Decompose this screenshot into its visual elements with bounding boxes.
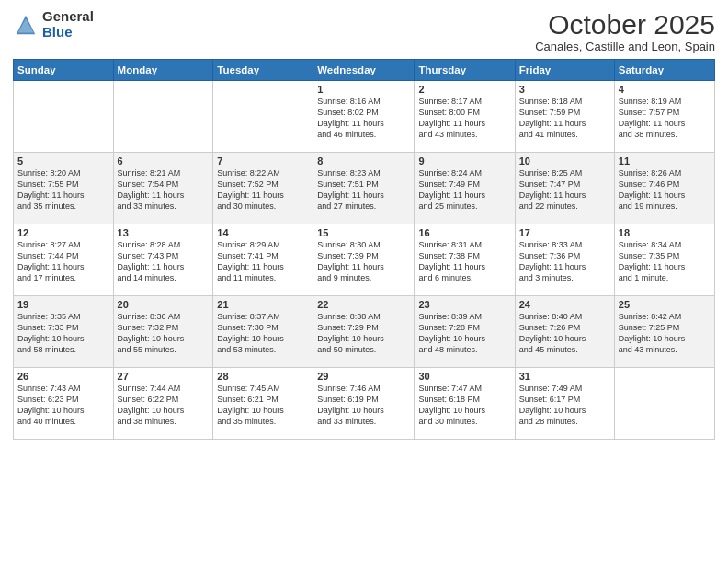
day-number: 11 — [619, 155, 711, 167]
day-info: Sunrise: 8:28 AM Sunset: 7:43 PM Dayligh… — [118, 239, 210, 284]
col-thursday: Thursday — [415, 60, 515, 81]
calendar-cell-w2-d6: 10Sunrise: 8:25 AM Sunset: 7:47 PM Dayli… — [515, 153, 614, 224]
day-info: Sunrise: 8:20 AM Sunset: 7:55 PM Dayligh… — [17, 167, 109, 213]
calendar-cell-w3-d2: 13Sunrise: 8:28 AM Sunset: 7:43 PM Dayli… — [113, 224, 213, 296]
header: General Blue October 2025 Canales, Casti… — [13, 9, 715, 53]
day-info: Sunrise: 8:27 AM Sunset: 7:44 PM Dayligh… — [17, 239, 109, 284]
logo-icon — [13, 12, 39, 38]
day-number: 29 — [317, 371, 410, 382]
day-number: 12 — [17, 227, 109, 238]
day-info: Sunrise: 8:36 AM Sunset: 7:32 PM Dayligh… — [118, 311, 210, 356]
day-info: Sunrise: 7:45 AM Sunset: 6:21 PM Dayligh… — [217, 383, 309, 428]
day-info: Sunrise: 7:46 AM Sunset: 6:19 PM Dayligh… — [317, 383, 410, 428]
day-info: Sunrise: 8:16 AM Sunset: 8:02 PM Dayligh… — [317, 96, 410, 141]
col-sunday: Sunday — [14, 60, 114, 81]
day-number: 5 — [17, 155, 109, 167]
day-number: 21 — [217, 299, 309, 310]
logo-blue: Blue — [42, 24, 73, 40]
logo-text: General Blue — [42, 9, 94, 40]
day-number: 6 — [118, 155, 210, 167]
calendar-cell-w2-d4: 8Sunrise: 8:23 AM Sunset: 7:51 PM Daylig… — [313, 153, 415, 224]
day-number: 30 — [418, 371, 510, 382]
calendar-cell-w2-d1: 5Sunrise: 8:20 AM Sunset: 7:55 PM Daylig… — [14, 153, 114, 224]
location-subtitle: Canales, Castille and Leon, Spain — [535, 40, 715, 53]
calendar-cell-w1-d6: 3Sunrise: 8:18 AM Sunset: 7:59 PM Daylig… — [515, 81, 614, 153]
day-info: Sunrise: 8:26 AM Sunset: 7:46 PM Dayligh… — [619, 167, 711, 213]
day-info: Sunrise: 7:49 AM Sunset: 6:17 PM Dayligh… — [519, 383, 610, 428]
svg-marker-1 — [18, 18, 34, 32]
calendar-cell-w4-d5: 23Sunrise: 8:39 AM Sunset: 7:28 PM Dayli… — [415, 296, 515, 368]
day-info: Sunrise: 8:24 AM Sunset: 7:49 PM Dayligh… — [418, 167, 510, 213]
calendar-cell-w1-d2 — [113, 81, 213, 153]
day-number: 13 — [118, 227, 210, 238]
day-info: Sunrise: 8:34 AM Sunset: 7:35 PM Dayligh… — [619, 239, 711, 284]
day-number: 16 — [418, 227, 510, 238]
day-info: Sunrise: 8:22 AM Sunset: 7:52 PM Dayligh… — [217, 167, 309, 213]
col-friday: Friday — [515, 60, 614, 81]
day-number: 1 — [317, 84, 410, 95]
day-info: Sunrise: 7:47 AM Sunset: 6:18 PM Dayligh… — [418, 383, 510, 428]
calendar-cell-w3-d1: 12Sunrise: 8:27 AM Sunset: 7:44 PM Dayli… — [14, 224, 114, 296]
day-info: Sunrise: 8:37 AM Sunset: 7:30 PM Dayligh… — [217, 311, 309, 356]
day-number: 9 — [418, 155, 510, 167]
calendar-cell-w5-d4: 29Sunrise: 7:46 AM Sunset: 6:19 PM Dayli… — [313, 368, 415, 440]
calendar-week-5: 26Sunrise: 7:43 AM Sunset: 6:23 PM Dayli… — [14, 368, 715, 440]
calendar-cell-w1-d4: 1Sunrise: 8:16 AM Sunset: 8:02 PM Daylig… — [313, 81, 415, 153]
day-info: Sunrise: 8:30 AM Sunset: 7:39 PM Dayligh… — [317, 239, 410, 284]
calendar-cell-w4-d1: 19Sunrise: 8:35 AM Sunset: 7:33 PM Dayli… — [14, 296, 114, 368]
col-tuesday: Tuesday — [213, 60, 313, 81]
calendar-cell-w5-d2: 27Sunrise: 7:44 AM Sunset: 6:22 PM Dayli… — [113, 368, 213, 440]
day-info: Sunrise: 7:43 AM Sunset: 6:23 PM Dayligh… — [17, 383, 109, 428]
day-number: 7 — [217, 155, 309, 167]
calendar-cell-w4-d7: 25Sunrise: 8:42 AM Sunset: 7:25 PM Dayli… — [614, 296, 714, 368]
calendar-week-2: 5Sunrise: 8:20 AM Sunset: 7:55 PM Daylig… — [14, 153, 715, 224]
day-info: Sunrise: 8:25 AM Sunset: 7:47 PM Dayligh… — [519, 167, 610, 213]
calendar-cell-w4-d6: 24Sunrise: 8:40 AM Sunset: 7:26 PM Dayli… — [515, 296, 614, 368]
calendar-cell-w2-d5: 9Sunrise: 8:24 AM Sunset: 7:49 PM Daylig… — [415, 153, 515, 224]
day-number: 15 — [317, 227, 410, 238]
day-info: Sunrise: 7:44 AM Sunset: 6:22 PM Dayligh… — [118, 383, 210, 428]
day-info: Sunrise: 8:38 AM Sunset: 7:29 PM Dayligh… — [317, 311, 410, 356]
logo: General Blue — [13, 9, 94, 40]
calendar-header-row: Sunday Monday Tuesday Wednesday Thursday… — [14, 60, 715, 81]
calendar-cell-w5-d3: 28Sunrise: 7:45 AM Sunset: 6:21 PM Dayli… — [213, 368, 313, 440]
day-number: 24 — [519, 299, 610, 310]
calendar-cell-w2-d2: 6Sunrise: 8:21 AM Sunset: 7:54 PM Daylig… — [113, 153, 213, 224]
calendar-cell-w4-d2: 20Sunrise: 8:36 AM Sunset: 7:32 PM Dayli… — [113, 296, 213, 368]
calendar-cell-w5-d5: 30Sunrise: 7:47 AM Sunset: 6:18 PM Dayli… — [415, 368, 515, 440]
page: General Blue October 2025 Canales, Casti… — [0, 0, 728, 563]
calendar-cell-w1-d5: 2Sunrise: 8:17 AM Sunset: 8:00 PM Daylig… — [415, 81, 515, 153]
day-info: Sunrise: 8:40 AM Sunset: 7:26 PM Dayligh… — [519, 311, 610, 356]
day-info: Sunrise: 8:33 AM Sunset: 7:36 PM Dayligh… — [519, 239, 610, 284]
logo-general: General — [42, 8, 94, 24]
calendar-cell-w3-d6: 17Sunrise: 8:33 AM Sunset: 7:36 PM Dayli… — [515, 224, 614, 296]
calendar-cell-w3-d3: 14Sunrise: 8:29 AM Sunset: 7:41 PM Dayli… — [213, 224, 313, 296]
calendar-cell-w1-d1 — [14, 81, 114, 153]
day-number: 26 — [17, 371, 109, 382]
day-number: 8 — [317, 155, 410, 167]
day-number: 23 — [418, 299, 510, 310]
calendar-cell-w4-d4: 22Sunrise: 8:38 AM Sunset: 7:29 PM Dayli… — [313, 296, 415, 368]
calendar-cell-w2-d3: 7Sunrise: 8:22 AM Sunset: 7:52 PM Daylig… — [213, 153, 313, 224]
calendar-week-4: 19Sunrise: 8:35 AM Sunset: 7:33 PM Dayli… — [14, 296, 715, 368]
col-wednesday: Wednesday — [313, 60, 415, 81]
day-number: 14 — [217, 227, 309, 238]
day-number: 28 — [217, 371, 309, 382]
day-number: 22 — [317, 299, 410, 310]
day-number: 31 — [519, 371, 610, 382]
title-block: October 2025 Canales, Castille and Leon,… — [535, 9, 715, 53]
day-info: Sunrise: 8:18 AM Sunset: 7:59 PM Dayligh… — [519, 96, 610, 141]
col-saturday: Saturday — [614, 60, 714, 81]
day-number: 27 — [118, 371, 210, 382]
calendar-cell-w4-d3: 21Sunrise: 8:37 AM Sunset: 7:30 PM Dayli… — [213, 296, 313, 368]
day-number: 2 — [418, 84, 510, 95]
day-number: 19 — [17, 299, 109, 310]
day-number: 18 — [619, 227, 711, 238]
day-info: Sunrise: 8:23 AM Sunset: 7:51 PM Dayligh… — [317, 167, 410, 213]
day-info: Sunrise: 8:19 AM Sunset: 7:57 PM Dayligh… — [619, 96, 711, 141]
day-info: Sunrise: 8:39 AM Sunset: 7:28 PM Dayligh… — [418, 311, 510, 356]
day-info: Sunrise: 8:17 AM Sunset: 8:00 PM Dayligh… — [418, 96, 510, 141]
calendar: Sunday Monday Tuesday Wednesday Thursday… — [13, 59, 715, 440]
calendar-cell-w3-d5: 16Sunrise: 8:31 AM Sunset: 7:38 PM Dayli… — [415, 224, 515, 296]
calendar-cell-w2-d7: 11Sunrise: 8:26 AM Sunset: 7:46 PM Dayli… — [614, 153, 714, 224]
